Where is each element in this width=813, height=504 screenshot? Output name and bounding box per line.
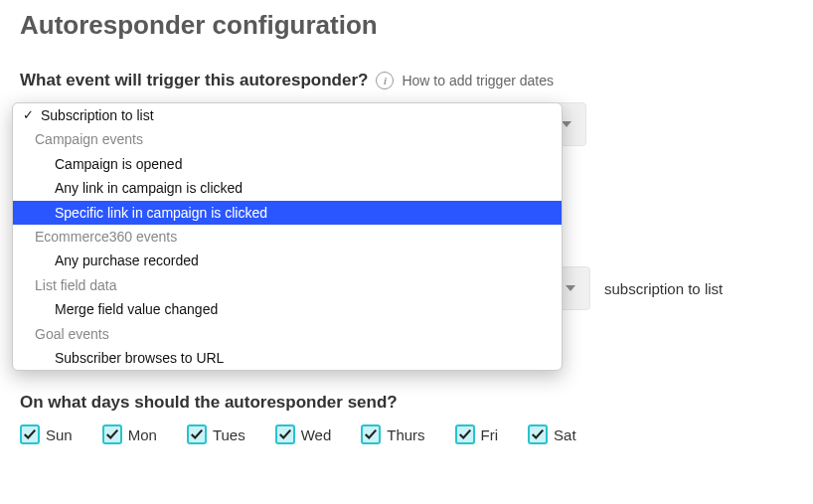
checkbox-icon — [275, 424, 295, 444]
dropdown-group-campaign: Campaign events — [13, 127, 562, 151]
day-label: Thurs — [387, 426, 424, 443]
dropdown-group-goal: Goal events — [13, 322, 562, 346]
dropdown-item-campaign-opened[interactable]: Campaign is opened — [13, 152, 562, 176]
day-label: Fri — [481, 426, 499, 443]
dropdown-item-subscription[interactable]: ✓ Subscription to list — [13, 103, 562, 127]
check-icon: ✓ — [23, 105, 34, 126]
trigger-after-text: subscription to list — [604, 280, 723, 297]
day-sun[interactable]: Sun — [20, 424, 73, 444]
day-label: Mon — [128, 426, 157, 443]
checkbox-icon — [528, 424, 548, 444]
checkbox-icon — [187, 424, 207, 444]
dropdown-item-specific-link[interactable]: Specific link in campaign is clicked — [13, 201, 562, 225]
day-fri[interactable]: Fri — [455, 424, 499, 444]
checkbox-icon — [361, 424, 381, 444]
dropdown-item-any-link[interactable]: Any link in campaign is clicked — [13, 176, 562, 200]
trigger-hint[interactable]: How to add trigger dates — [402, 73, 554, 88]
day-label: Sat — [554, 426, 576, 443]
trigger-dropdown-popup: ✓ Subscription to list Campaign events C… — [12, 102, 563, 371]
day-wed[interactable]: Wed — [275, 424, 332, 444]
trigger-title-text: What event will trigger this autorespond… — [20, 71, 368, 90]
checkbox-icon — [455, 424, 475, 444]
dropdown-item-mergefield[interactable]: Merge field value changed — [13, 297, 562, 321]
day-label: Wed — [301, 426, 332, 443]
page-title: Autoresponder configuration — [20, 10, 793, 41]
dropdown-item-label: Subscription to list — [41, 107, 154, 123]
trigger-controls-area: subscription to list ✓ Subscription to l… — [20, 102, 793, 271]
checkbox-icon — [20, 424, 40, 444]
dropdown-item-purchase[interactable]: Any purchase recorded — [13, 249, 562, 272]
day-label: Tues — [213, 426, 245, 443]
info-icon[interactable]: i — [376, 72, 394, 89]
day-sat[interactable]: Sat — [528, 424, 576, 444]
chevron-down-icon — [562, 121, 571, 127]
day-thurs[interactable]: Thurs — [361, 424, 424, 444]
day-label: Sun — [46, 426, 73, 443]
chevron-down-icon — [566, 285, 575, 291]
checkbox-icon — [102, 424, 122, 444]
dropdown-group-ecom: Ecommerce360 events — [13, 225, 562, 249]
day-tues[interactable]: Tues — [187, 424, 245, 444]
dropdown-group-listfield: List field data — [13, 273, 562, 297]
day-mon[interactable]: Mon — [102, 424, 157, 444]
days-section-title: On what days should the autoresponder se… — [20, 393, 793, 413]
dropdown-item-browses-url[interactable]: Subscriber browses to URL — [13, 346, 562, 370]
days-row: Sun Mon Tues Wed Thurs Fri Sat — [20, 424, 793, 444]
trigger-section-title: What event will trigger this autorespond… — [20, 71, 793, 90]
